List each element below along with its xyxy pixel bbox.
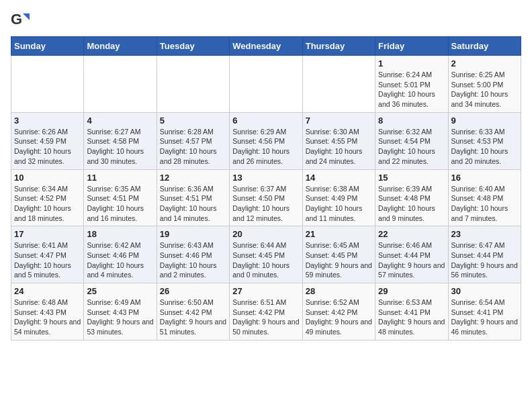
calendar-cell: 30Sunrise: 6:54 AM Sunset: 4:41 PM Dayli… [448,283,521,340]
day-info: Sunrise: 6:32 AM Sunset: 4:54 PM Dayligh… [378,127,445,167]
day-header-monday: Monday [84,37,157,56]
calendar-cell: 24Sunrise: 6:48 AM Sunset: 4:43 PM Dayli… [11,283,84,340]
calendar-cell: 21Sunrise: 6:45 AM Sunset: 4:45 PM Dayli… [302,226,375,283]
day-info: Sunrise: 6:27 AM Sunset: 4:58 PM Dayligh… [87,127,153,167]
day-info: Sunrise: 6:52 AM Sunset: 4:42 PM Dayligh… [306,298,372,337]
day-number: 30 [451,286,518,296]
day-number: 12 [160,173,226,183]
day-number: 7 [306,116,372,126]
day-number: 11 [87,173,153,183]
day-info: Sunrise: 6:54 AM Sunset: 4:41 PM Dayligh… [451,298,518,337]
calendar-cell: 22Sunrise: 6:46 AM Sunset: 4:44 PM Dayli… [375,226,448,283]
calendar-cell: 26Sunrise: 6:50 AM Sunset: 4:42 PM Dayli… [157,283,229,340]
calendar-week-row: 17Sunrise: 6:41 AM Sunset: 4:47 PM Dayli… [11,226,521,283]
day-info: Sunrise: 6:47 AM Sunset: 4:44 PM Dayligh… [451,240,518,280]
calendar-cell: 1Sunrise: 6:24 AM Sunset: 5:01 PM Daylig… [375,56,448,113]
day-number: 24 [14,286,81,296]
calendar-cell [230,56,302,113]
day-header-saturday: Saturday [448,37,521,56]
day-info: Sunrise: 6:28 AM Sunset: 4:57 PM Dayligh… [160,127,226,167]
calendar-cell: 15Sunrise: 6:39 AM Sunset: 4:48 PM Dayli… [375,169,448,226]
calendar-week-row: 10Sunrise: 6:34 AM Sunset: 4:52 PM Dayli… [11,169,521,226]
calendar-cell: 7Sunrise: 6:30 AM Sunset: 4:55 PM Daylig… [302,112,375,169]
day-info: Sunrise: 6:40 AM Sunset: 4:48 PM Dayligh… [451,184,518,224]
calendar-cell: 28Sunrise: 6:52 AM Sunset: 4:42 PM Dayli… [302,283,375,340]
calendar-week-row: 24Sunrise: 6:48 AM Sunset: 4:43 PM Dayli… [11,283,521,340]
day-number: 17 [14,229,81,239]
calendar-cell: 23Sunrise: 6:47 AM Sunset: 4:44 PM Dayli… [448,226,521,283]
calendar-cell: 11Sunrise: 6:35 AM Sunset: 4:51 PM Dayli… [84,169,157,226]
calendar-header-row: SundayMondayTuesdayWednesdayThursdayFrid… [11,37,521,56]
day-number: 1 [378,58,445,68]
day-info: Sunrise: 6:51 AM Sunset: 4:42 PM Dayligh… [232,298,299,337]
day-number: 13 [232,173,299,183]
calendar-week-row: 1Sunrise: 6:24 AM Sunset: 5:01 PM Daylig… [11,56,521,113]
day-info: Sunrise: 6:39 AM Sunset: 4:48 PM Dayligh… [378,184,445,224]
calendar-cell [302,56,375,113]
day-number: 4 [87,116,153,126]
day-header-thursday: Thursday [302,37,375,56]
day-info: Sunrise: 6:45 AM Sunset: 4:45 PM Dayligh… [306,240,372,280]
calendar-week-row: 3Sunrise: 6:26 AM Sunset: 4:59 PM Daylig… [11,112,521,169]
calendar-cell [157,56,229,113]
day-number: 10 [14,173,81,183]
calendar-cell: 9Sunrise: 6:33 AM Sunset: 4:53 PM Daylig… [448,112,521,169]
day-number: 5 [160,116,226,126]
calendar-cell: 18Sunrise: 6:42 AM Sunset: 4:46 PM Dayli… [84,226,157,283]
day-info: Sunrise: 6:41 AM Sunset: 4:47 PM Dayligh… [14,240,81,280]
day-number: 26 [160,286,226,296]
calendar-cell: 20Sunrise: 6:44 AM Sunset: 4:45 PM Dayli… [230,226,302,283]
calendar-cell: 25Sunrise: 6:49 AM Sunset: 4:43 PM Dayli… [84,283,157,340]
day-info: Sunrise: 6:37 AM Sunset: 4:50 PM Dayligh… [232,184,299,224]
day-info: Sunrise: 6:38 AM Sunset: 4:49 PM Dayligh… [306,184,372,224]
day-info: Sunrise: 6:30 AM Sunset: 4:55 PM Dayligh… [306,127,372,167]
calendar-cell: 13Sunrise: 6:37 AM Sunset: 4:50 PM Dayli… [230,169,302,226]
svg-marker-1 [23,13,30,20]
day-number: 27 [232,286,299,296]
day-info: Sunrise: 6:24 AM Sunset: 5:01 PM Dayligh… [378,70,445,109]
day-number: 25 [87,286,153,296]
logo: G [11,11,32,30]
day-info: Sunrise: 6:44 AM Sunset: 4:45 PM Dayligh… [232,240,299,280]
day-number: 2 [451,58,518,68]
day-header-tuesday: Tuesday [157,37,229,56]
day-info: Sunrise: 6:48 AM Sunset: 4:43 PM Dayligh… [14,298,81,337]
header: G [11,11,521,30]
day-header-sunday: Sunday [11,37,84,56]
calendar-cell: 27Sunrise: 6:51 AM Sunset: 4:42 PM Dayli… [230,283,302,340]
day-info: Sunrise: 6:49 AM Sunset: 4:43 PM Dayligh… [87,298,153,337]
calendar-cell: 14Sunrise: 6:38 AM Sunset: 4:49 PM Dayli… [302,169,375,226]
calendar-cell: 19Sunrise: 6:43 AM Sunset: 4:46 PM Dayli… [157,226,229,283]
day-info: Sunrise: 6:42 AM Sunset: 4:46 PM Dayligh… [87,240,153,280]
calendar-cell: 2Sunrise: 6:25 AM Sunset: 5:00 PM Daylig… [448,56,521,113]
day-info: Sunrise: 6:33 AM Sunset: 4:53 PM Dayligh… [451,127,518,167]
day-number: 8 [378,116,445,126]
day-info: Sunrise: 6:26 AM Sunset: 4:59 PM Dayligh… [14,127,81,167]
calendar-cell: 6Sunrise: 6:29 AM Sunset: 4:56 PM Daylig… [230,112,302,169]
day-number: 28 [306,286,372,296]
day-header-wednesday: Wednesday [230,37,302,56]
day-info: Sunrise: 6:25 AM Sunset: 5:00 PM Dayligh… [451,70,518,109]
calendar-cell: 5Sunrise: 6:28 AM Sunset: 4:57 PM Daylig… [157,112,229,169]
day-number: 21 [306,229,372,239]
day-number: 23 [451,229,518,239]
calendar: SundayMondayTuesdayWednesdayThursdayFrid… [11,36,521,340]
day-info: Sunrise: 6:34 AM Sunset: 4:52 PM Dayligh… [14,184,81,224]
calendar-cell [11,56,84,113]
day-info: Sunrise: 6:50 AM Sunset: 4:42 PM Dayligh… [160,298,226,337]
calendar-cell: 8Sunrise: 6:32 AM Sunset: 4:54 PM Daylig… [375,112,448,169]
day-number: 16 [451,173,518,183]
day-header-friday: Friday [375,37,448,56]
calendar-cell [84,56,157,113]
day-info: Sunrise: 6:29 AM Sunset: 4:56 PM Dayligh… [232,127,299,167]
calendar-cell: 12Sunrise: 6:36 AM Sunset: 4:51 PM Dayli… [157,169,229,226]
logo-icon: G [11,11,30,30]
day-number: 29 [378,286,445,296]
day-number: 22 [378,229,445,239]
calendar-cell: 10Sunrise: 6:34 AM Sunset: 4:52 PM Dayli… [11,169,84,226]
day-number: 14 [306,173,372,183]
svg-text:G: G [11,11,22,28]
day-info: Sunrise: 6:53 AM Sunset: 4:41 PM Dayligh… [378,298,445,337]
calendar-cell: 3Sunrise: 6:26 AM Sunset: 4:59 PM Daylig… [11,112,84,169]
day-info: Sunrise: 6:35 AM Sunset: 4:51 PM Dayligh… [87,184,153,224]
